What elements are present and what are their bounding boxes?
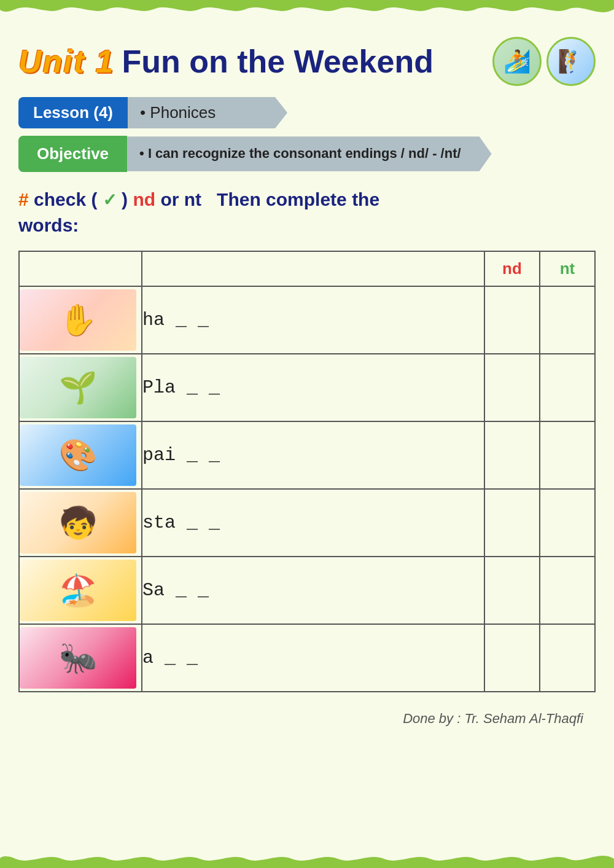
table-row: 🐜 a _ _ xyxy=(19,624,595,692)
instruction-text: # check ( ✓ ) nd or nt Then complete the… xyxy=(18,187,596,238)
col-header-image xyxy=(19,251,142,286)
word-cell-sand: Sa _ _ xyxy=(142,557,484,624)
footer-credit: Done by : Tr. Seham Al-Thaqfi xyxy=(18,711,596,727)
table-header-row: nd nt xyxy=(19,251,595,286)
image-cell-plant: 🌱 xyxy=(19,354,142,421)
check-nd-child[interactable] xyxy=(484,489,540,557)
check-nd-hand[interactable] xyxy=(484,286,540,354)
word-text: sta _ _ xyxy=(142,512,220,533)
check-nd-plant[interactable] xyxy=(484,354,540,421)
word-cell-ant: a _ _ xyxy=(142,624,484,692)
checkmark-symbol: ✓ xyxy=(103,190,117,209)
word-text: a _ _ xyxy=(142,647,198,668)
objective-row: Objective • I can recognize the consonan… xyxy=(18,136,596,172)
check-nt-child[interactable] xyxy=(540,489,595,557)
instr-nd: ) xyxy=(122,189,133,209)
check-nt-painting[interactable] xyxy=(540,421,595,489)
word-cell-hand: ha _ _ xyxy=(142,286,484,354)
check-nt-hand[interactable] xyxy=(540,286,595,354)
check-nt-ant[interactable] xyxy=(540,624,595,692)
image-plant: 🌱 xyxy=(20,357,136,418)
objective-badge: Objective xyxy=(18,136,127,172)
word-text: ha _ _ xyxy=(142,310,209,330)
word-text: Sa _ _ xyxy=(142,580,209,601)
col-header-nd: nd xyxy=(484,251,540,286)
word-cell-plant: Pla _ _ xyxy=(142,354,484,421)
table-row: 🌱 Pla _ _ xyxy=(19,354,595,421)
decorative-images: 🏄 🧗 xyxy=(492,37,596,86)
image-cell-sand: 🏖️ xyxy=(19,557,142,624)
word-text: pai _ _ xyxy=(142,445,220,466)
lesson-badge: Lesson (4) xyxy=(18,97,128,128)
nd-label: nd xyxy=(133,189,155,209)
image-cell-hand: ✋ xyxy=(19,286,142,354)
word-text: Pla _ _ xyxy=(142,377,220,398)
instr-words: words: xyxy=(18,215,79,235)
deco-image-1: 🏄 xyxy=(492,37,542,86)
check-nd-painting[interactable] xyxy=(484,421,540,489)
image-child: 🧒 xyxy=(20,492,136,553)
table-row: 🎨 pai _ _ xyxy=(19,421,595,489)
lesson-topic: • Phonices xyxy=(128,97,287,128)
col-header-word xyxy=(142,251,484,286)
instr-check: check ( xyxy=(34,189,103,209)
page: Unit 1 Fun on the Weekend 🏄 🧗 Lesson (4)… xyxy=(0,0,614,868)
wavy-border-bottom xyxy=(0,850,614,868)
image-sand: 🏖️ xyxy=(20,560,136,621)
image-cell-painting: 🎨 xyxy=(19,421,142,489)
title-row: Unit 1 Fun on the Weekend 🏄 🧗 xyxy=(18,37,596,86)
check-nd-sand[interactable] xyxy=(484,557,540,624)
image-cell-ant: 🐜 xyxy=(19,624,142,692)
title-main: Fun on the Weekend xyxy=(122,43,433,80)
check-nt-sand[interactable] xyxy=(540,557,595,624)
deco-image-2: 🧗 xyxy=(546,37,596,86)
image-cell-child: 🧒 xyxy=(19,489,142,557)
word-cell-painting: pai _ _ xyxy=(142,421,484,489)
image-hand: ✋ xyxy=(20,289,136,351)
hash-symbol: # xyxy=(18,189,29,209)
image-ant: 🐜 xyxy=(20,627,136,689)
check-nd-ant[interactable] xyxy=(484,624,540,692)
table-row: 🏖️ Sa _ _ xyxy=(19,557,595,624)
table-row: 🧒 sta _ _ xyxy=(19,489,595,557)
page-content: Unit 1 Fun on the Weekend 🏄 🧗 Lesson (4)… xyxy=(0,25,614,764)
col-header-nt: nt xyxy=(540,251,595,286)
wavy-border-top xyxy=(0,0,614,18)
page-title: Unit 1 Fun on the Weekend xyxy=(18,43,492,80)
unit-label: Unit 1 xyxy=(18,43,114,80)
instr-or: or nt Then complete the xyxy=(160,189,379,209)
image-painting: 🎨 xyxy=(20,424,136,486)
word-cell-child: sta _ _ xyxy=(142,489,484,557)
exercise-table: nd nt ✋ ha _ _ xyxy=(18,251,596,692)
table-row: ✋ ha _ _ xyxy=(19,286,595,354)
lesson-row: Lesson (4) • Phonices xyxy=(18,97,596,128)
objective-text: • I can recognize the consonant endings … xyxy=(127,136,492,171)
check-nt-plant[interactable] xyxy=(540,354,595,421)
